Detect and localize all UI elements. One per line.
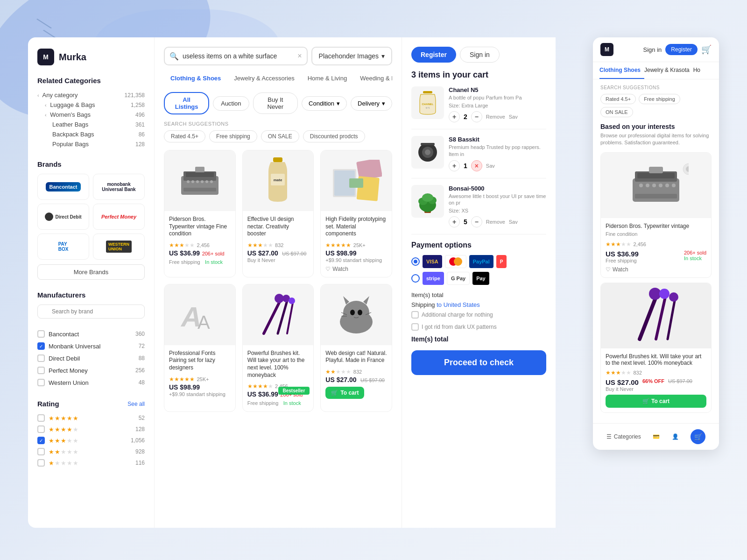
bottom-nav-payment[interactable]: 💳	[653, 433, 660, 440]
more-brands-button[interactable]: More Brands	[37, 264, 145, 280]
radio-cards[interactable]	[411, 257, 420, 266]
bottom-nav-user[interactable]: 👤	[672, 433, 679, 440]
product-img-fonts: A A	[164, 284, 235, 345]
right-chip-shipping[interactable]: Free shipping	[639, 94, 680, 104]
right-tab-clothing[interactable]: Clothing Shoes	[599, 67, 644, 79]
product-cat[interactable]: Web design cat! Natural. Playful. Made i…	[320, 284, 392, 412]
category-womens[interactable]: ‹ Women's Bags 496	[37, 110, 145, 120]
qty-decrease-basskit[interactable]: +	[449, 160, 460, 171]
save-chanel[interactable]: Sav	[509, 114, 518, 120]
product-brushes[interactable]: Powerful Brushes kit. Will take your art…	[242, 284, 314, 412]
save-basskit[interactable]: Sav	[486, 163, 495, 169]
brand-western[interactable]: WESTERNUNION	[93, 234, 145, 260]
svg-point-41	[425, 149, 430, 155]
remove-bonsai[interactable]: Remove	[486, 219, 505, 225]
category-luggage[interactable]: ‹ Luggage & Bags 1,258	[37, 100, 145, 110]
manufacturer-bancontact[interactable]: Bancontact 360	[37, 328, 145, 340]
tab-clothing-shoes[interactable]: Clothing & Shoes	[164, 72, 227, 85]
qty-decrease-bonsai[interactable]: +	[449, 216, 460, 227]
right-tab-ho[interactable]: Ho	[693, 67, 704, 79]
category-any[interactable]: ‹ Any category 121,358	[37, 90, 145, 100]
tab-jewelry[interactable]: Jewelry & Accessories	[227, 72, 301, 85]
qty-decrease-chanel[interactable]: +	[449, 111, 460, 122]
tab-weeding[interactable]: Weeding & Party	[353, 72, 392, 85]
brand-paybox[interactable]: PAYBOX	[37, 234, 89, 260]
product-name-typewriter: Piderson Bros. Typewriter vintage Fine c…	[169, 216, 231, 238]
shipping-dest-link[interactable]: to United States	[437, 301, 480, 308]
brand-bancontact[interactable]: Bancontact	[37, 174, 89, 200]
mfr-checkbox-bancontact[interactable]	[37, 330, 45, 338]
search-dropdown[interactable]: Placehonder Images ▾	[311, 47, 392, 65]
rating-checkbox-3[interactable]	[37, 437, 45, 444]
rating-checkbox-1[interactable]	[37, 459, 45, 467]
rating-checkbox-5[interactable]	[37, 414, 45, 422]
search-input[interactable]	[164, 47, 308, 65]
right-register-button[interactable]: Register	[665, 44, 698, 55]
payment-row-cards[interactable]: VISA PayPal P	[411, 255, 546, 268]
right-signin-link[interactable]: Sign in	[643, 46, 662, 53]
qty-increase-chanel[interactable]: −	[471, 111, 482, 122]
watch-button-components[interactable]: ♡ Watch	[325, 266, 387, 272]
rating-1star[interactable]: ★★★★★ 116	[37, 457, 145, 468]
manufacturer-monbank[interactable]: Monbank Universal 72	[37, 340, 145, 352]
qty-delete-basskit[interactable]: ×	[471, 160, 482, 171]
category-backpack[interactable]: Backpack Bags 86	[37, 129, 145, 139]
brand-monobank[interactable]: monobankUniversal Bank	[93, 174, 145, 200]
manufacturer-direct[interactable]: Direct Debil 88	[37, 352, 145, 364]
rating-checkbox-4[interactable]	[37, 425, 45, 433]
mfr-checkbox-direct[interactable]	[37, 354, 45, 362]
chip-discounted[interactable]: Discounted prodcts	[303, 130, 365, 142]
signin-button[interactable]: Sign in	[460, 47, 500, 63]
filter-buy-it-never[interactable]: Buy It Never	[253, 92, 298, 114]
manufacturer-perfect[interactable]: Perfect Money 256	[37, 364, 145, 376]
qty-increase-bonsai[interactable]: −	[471, 216, 482, 227]
right-chip-rated[interactable]: Rated 4.5+	[600, 94, 636, 104]
to-cart-button-cat[interactable]: 🛒 To cart	[325, 387, 364, 399]
right-product-typewriter[interactable]: Piderson Bros. Typewriter vintage Fine c…	[600, 152, 712, 278]
bottom-nav-categories[interactable]: ☰ Categories	[606, 433, 641, 440]
right-tab-jewelry[interactable]: Jewelry & Krasota	[644, 67, 693, 79]
radio-alt[interactable]	[411, 274, 420, 283]
product-typewriter[interactable]: Piderson Bros. Typewriter vintage Fine c…	[164, 150, 236, 277]
rating-checkbox-2[interactable]	[37, 448, 45, 455]
product-bottle[interactable]: mate Effective UI design nectar. Creativ…	[242, 150, 314, 277]
product-fonts[interactable]: A A Professional Fonts Pairing set for l…	[164, 284, 236, 412]
delivery-dropdown[interactable]: Delivery ▾	[351, 96, 392, 111]
manufacturer-western[interactable]: Western Union 48	[37, 376, 145, 389]
product-components[interactable]: High Fidelity prototyping set. Material …	[320, 150, 392, 277]
dark-ux-checkbox[interactable]	[411, 323, 419, 331]
right-cart-icon[interactable]: 🛒	[701, 44, 712, 55]
proceed-to-checkout-button[interactable]: Proceed to check	[411, 350, 546, 375]
right-product-brushes[interactable]: Powerful Brushes kit. Will take your art…	[600, 283, 712, 413]
remove-chanel[interactable]: Remove	[486, 114, 505, 120]
rating-5stars[interactable]: ★★★★★ 52	[37, 412, 145, 424]
brand-perfect-money[interactable]: Perfect Money	[93, 204, 145, 230]
see-all-button[interactable]: See all	[127, 401, 145, 407]
mfr-checkbox-monbank[interactable]	[37, 342, 45, 350]
tab-home[interactable]: Home & Living	[301, 72, 354, 85]
mfr-checkbox-perfect[interactable]	[37, 367, 45, 374]
bottom-nav-cart[interactable]: 🛒	[691, 429, 705, 444]
chip-free-shipping[interactable]: Free shipping	[209, 130, 257, 142]
payment-row-alt[interactable]: stripe G Pay Pay	[411, 272, 546, 285]
mfr-checkbox-western[interactable]	[37, 379, 45, 386]
condition-dropdown[interactable]: Condition ▾	[302, 96, 347, 111]
filter-all-listings[interactable]: All Listings	[164, 92, 209, 114]
category-popular[interactable]: Popular Bags 128	[37, 139, 145, 149]
right-chip-sale[interactable]: ON SALE	[600, 107, 633, 117]
search-clear-icon[interactable]: ×	[297, 52, 302, 60]
register-button[interactable]: Register	[411, 47, 456, 63]
right-watch-button[interactable]: ♡ Watch	[606, 266, 706, 273]
additional-checkbox[interactable]	[411, 311, 419, 319]
category-leather[interactable]: Leather Bags 361	[37, 120, 145, 129]
rating-4stars[interactable]: ★★★★★ 128	[37, 424, 145, 435]
search-brand-input[interactable]	[37, 305, 145, 319]
rating-2stars[interactable]: ★★★★★ 928	[37, 446, 145, 457]
filter-auction[interactable]: Auction	[213, 96, 249, 111]
chip-rated[interactable]: Rated 4.5+	[164, 130, 205, 142]
brand-direct-debit[interactable]: Direct Debit	[37, 204, 89, 230]
right-to-cart-button[interactable]: 🛒 To cart	[606, 395, 706, 408]
rating-3stars[interactable]: ★★★★★ 1,056	[37, 435, 145, 446]
chip-on-sale[interactable]: ON SALE	[261, 130, 299, 142]
save-bonsai[interactable]: Sav	[509, 219, 518, 225]
